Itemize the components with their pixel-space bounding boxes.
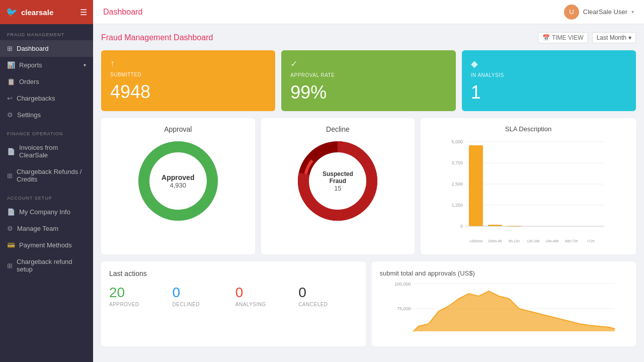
- stat-card-in-analysis: ◆ IN ANALYSIS 1: [462, 50, 636, 111]
- time-period-select[interactable]: Last Month ▾: [592, 32, 636, 43]
- svg-text:12h-24h: 12h-24h: [527, 239, 540, 243]
- charts-row: Approval Approved 4,930 Decline: [101, 118, 636, 254]
- svg-text:75,000: 75,000: [397, 306, 411, 311]
- sla-bar-chart: 5,000 3,750 2,500 1,250 0 <200min 200m-8…: [428, 137, 629, 247]
- stat-card-submitted: ↑ SUBMITTED 4948: [101, 50, 275, 111]
- approved-stat-value: 20: [109, 285, 168, 301]
- sidebar-item-payment-methods[interactable]: 💳 Payment Methods: [0, 237, 93, 253]
- user-chevron-icon: ▾: [631, 9, 634, 15]
- sidebar-item-label: Manage Team: [17, 225, 58, 232]
- svg-text:1,250: 1,250: [452, 203, 463, 208]
- declined-stat: 0 DECLINED: [172, 285, 231, 307]
- chargebacks-icon: ↩: [7, 95, 13, 102]
- last-actions-card: Last actions 20 APPROVED 0 DECLINED 0 AN…: [101, 261, 366, 346]
- sidebar-item-chargeback-setup[interactable]: ⊞ Chargeback refund setup: [0, 253, 93, 278]
- decline-chart-card: Decline Suspected Fraud 15: [261, 118, 415, 254]
- sidebar-item-label: Payment Methods: [19, 241, 72, 249]
- time-period-chevron-icon: ▾: [628, 34, 631, 41]
- content-area: Fraud Management Dashboard 📅 TIME VIEW L…: [93, 24, 644, 362]
- approval-rate-value: 99%: [290, 82, 446, 103]
- bottom-row: Last actions 20 APPROVED 0 DECLINED 0 AN…: [101, 261, 636, 346]
- orders-icon: 📋: [7, 78, 15, 85]
- sidebar: 🐦 clearsale ☰ FRAUD MANAGEMENT ⊞ Dashboa…: [0, 0, 93, 362]
- sidebar-item-label: Chargeback refund setup: [17, 258, 86, 273]
- stat-cards: ↑ SUBMITTED 4948 ✓ APPROVAL RATE 99% ◆ I…: [101, 50, 636, 111]
- time-view-button[interactable]: 📅 TIME VIEW: [538, 32, 588, 43]
- approval-rate-label: APPROVAL RATE: [290, 72, 446, 78]
- sidebar-item-my-company[interactable]: 📄 My Company Info: [0, 204, 93, 220]
- suspected-fraud-label: Suspected Fraud: [316, 170, 359, 185]
- dashboard-title: Fraud Management Dashboard: [101, 33, 213, 42]
- settings-icon: ⚙: [7, 111, 13, 119]
- approval-rate-icon: ✓: [290, 59, 298, 69]
- chargeback-refunds-icon: ⊞: [7, 172, 13, 179]
- manage-team-icon: ⚙: [7, 225, 13, 232]
- sidebar-item-manage-team[interactable]: ⚙ Manage Team: [0, 220, 93, 237]
- sidebar-item-invoices[interactable]: 📄 Invoices from ClearSale: [0, 139, 93, 163]
- approval-donut: Approved 4,930: [135, 138, 221, 224]
- main-content: Dashboard U ClearSale User ▾ Fraud Manag…: [93, 0, 644, 362]
- invoices-icon: 📄: [7, 148, 15, 155]
- sidebar-item-settings[interactable]: ⚙ Settings: [0, 107, 93, 123]
- svg-text:>72h: >72h: [587, 239, 595, 243]
- payment-icon: 💳: [7, 241, 15, 249]
- approved-label: Approved: [162, 173, 194, 182]
- avatar: U: [564, 5, 579, 20]
- declined-stat-label: DECLINED: [172, 302, 231, 307]
- sidebar-item-label: Reports: [19, 61, 42, 69]
- submitted-icon: ↑: [110, 58, 115, 68]
- canceled-stat-value: 0: [298, 285, 357, 301]
- last-actions-title: Last actions: [109, 269, 358, 278]
- svg-text:3,750: 3,750: [452, 160, 463, 165]
- my-company-icon: 📄: [7, 208, 15, 216]
- approved-stat: 20 APPROVED: [109, 285, 168, 307]
- in-analysis-value: 1: [471, 82, 627, 103]
- approved-value: 4,930: [162, 182, 194, 189]
- sidebar-section-fraud: FRAUD MANAGEMENT: [0, 24, 93, 40]
- declined-stat-value: 0: [172, 285, 231, 301]
- sla-chart-card: SLA Description 5,000 3,750 2,500 1,250: [421, 118, 636, 254]
- submit-chart-card: submit total and approvals (US$) 100,000…: [372, 261, 636, 346]
- sidebar-header: 🐦 clearsale ☰: [0, 0, 93, 24]
- approval-donut-center: Approved 4,930: [162, 173, 194, 189]
- canceled-stat: 0 CANCELED: [298, 285, 357, 307]
- analysing-stat-label: ANALYSING: [235, 302, 294, 307]
- sidebar-item-label: Dashboard: [17, 45, 49, 52]
- sidebar-item-label: Invoices from ClearSale: [19, 144, 86, 159]
- logo-area: 🐦 clearsale: [6, 7, 53, 18]
- sidebar-item-dashboard[interactable]: ⊞ Dashboard: [0, 40, 93, 57]
- sidebar-item-label: My Company Info: [19, 208, 70, 216]
- sidebar-item-chargebacks[interactable]: ↩ Chargebacks: [0, 90, 93, 107]
- svg-text:5,000: 5,000: [452, 139, 463, 144]
- logo-text: clearsale: [21, 8, 53, 17]
- stat-card-approval-rate: ✓ APPROVAL RATE 99%: [281, 50, 455, 111]
- sla-chart-title: SLA Description: [505, 125, 552, 133]
- svg-text:100,000: 100,000: [394, 282, 411, 287]
- svg-rect-18: [469, 145, 483, 226]
- chargeback-setup-icon: ⊞: [7, 262, 13, 269]
- in-analysis-icon: ◆: [471, 59, 478, 69]
- sidebar-item-chargeback-refunds[interactable]: ⊞ Chargeback Refunds / Credits: [0, 163, 93, 188]
- sidebar-item-label: Orders: [19, 78, 39, 85]
- submitted-value: 4948: [110, 81, 266, 103]
- sidebar-item-reports[interactable]: 📊 Reports ▾: [0, 57, 93, 73]
- svg-text:8h-12h: 8h-12h: [509, 239, 520, 243]
- time-view-area: 📅 TIME VIEW Last Month ▾: [538, 32, 636, 43]
- hamburger-menu-icon[interactable]: ☰: [80, 8, 87, 17]
- submitted-label: SUBMITTED: [110, 72, 266, 77]
- submit-chart-svg: 100,000 75,000: [380, 281, 628, 336]
- analysing-stat: 0 ANALYSING: [235, 285, 294, 307]
- svg-text:0: 0: [460, 224, 463, 229]
- page-title: Dashboard: [103, 8, 142, 17]
- approved-stat-label: APPROVED: [109, 302, 168, 307]
- sidebar-item-orders[interactable]: 📋 Orders: [0, 73, 93, 90]
- svg-text:200m-8h: 200m-8h: [488, 239, 502, 243]
- svg-text:24h-48h: 24h-48h: [546, 239, 559, 243]
- svg-text:<200min: <200min: [469, 239, 483, 243]
- svg-text:48h-72h: 48h-72h: [565, 239, 578, 243]
- chevron-down-icon: ▾: [84, 62, 86, 68]
- sidebar-section-finance: FINANCE OPERATION: [0, 123, 93, 139]
- user-name: ClearSale User: [583, 8, 627, 16]
- topbar: Dashboard U ClearSale User ▾: [93, 0, 644, 24]
- user-area[interactable]: U ClearSale User ▾: [564, 5, 634, 20]
